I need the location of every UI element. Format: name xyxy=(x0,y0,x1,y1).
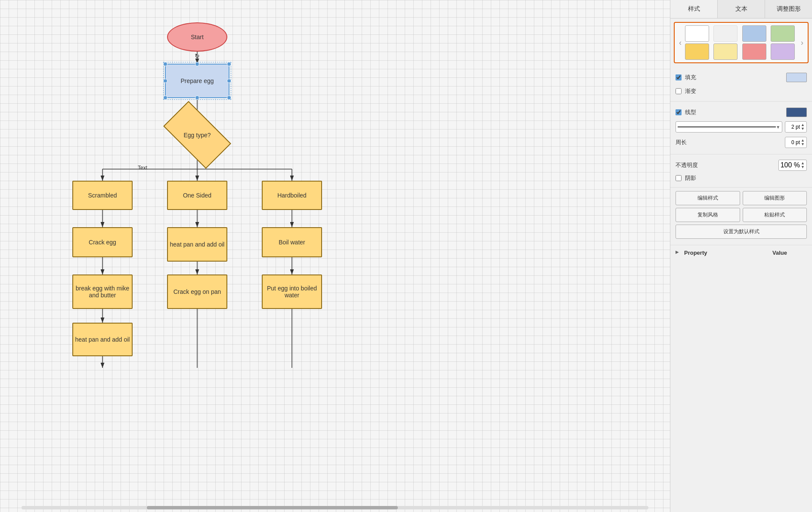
handle-ml[interactable] xyxy=(163,79,167,83)
swatch-light-yellow[interactable] xyxy=(713,43,738,60)
prop-col-value: Value xyxy=(772,250,807,256)
btn-row-1: 编辑样式 编辑图形 xyxy=(676,191,807,205)
one-sided-label: One Sided xyxy=(183,192,211,199)
rotate-handle[interactable]: ↻ xyxy=(194,52,201,59)
decision-node[interactable]: Egg type? xyxy=(167,117,227,153)
boil-water-label: Boil water xyxy=(279,239,305,246)
circumference-row: 周长 0 pt ▲ ▼ xyxy=(676,134,807,151)
opacity-value: 100 % xyxy=(781,161,800,169)
handle-br[interactable] xyxy=(227,96,231,100)
crack-egg-node[interactable]: Crack egg xyxy=(72,227,133,257)
btn-row-2: 复制风格 粘贴样式 xyxy=(676,208,807,222)
handle-tm[interactable] xyxy=(195,62,199,66)
hardboiled-node[interactable]: Hardboiled xyxy=(262,181,322,210)
swatch-light-gray[interactable] xyxy=(713,25,738,42)
opacity-stepper[interactable]: ▲ ▼ xyxy=(801,161,805,169)
handle-bl[interactable] xyxy=(163,96,167,100)
arrow-text-label: Text xyxy=(138,165,147,171)
put-egg-label: Put egg into boiled water xyxy=(263,285,321,299)
heat-pan-1-label: heat pan and add oil xyxy=(170,241,225,248)
handle-mr[interactable] xyxy=(227,79,231,83)
stroke-pt-stepper[interactable]: ▲ ▼ xyxy=(801,123,805,131)
scrambled-label: Scrambled xyxy=(88,192,117,199)
btn-row-3: 设置为默认样式 xyxy=(676,225,807,239)
canvas-scrollbar[interactable] xyxy=(22,506,648,509)
stroke-pt-value: 2 pt xyxy=(787,124,800,130)
handle-tl[interactable] xyxy=(163,62,167,66)
swatch-lavender[interactable] xyxy=(771,43,795,60)
tab-text[interactable]: 文本 xyxy=(718,0,765,18)
heat-pan-1-node[interactable]: heat pan and add oil xyxy=(167,227,227,262)
swatches-grid xyxy=(685,25,797,60)
stroke-style-row: ▼ 2 pt ▲ ▼ xyxy=(676,120,807,134)
circumference-value: 0 pt xyxy=(787,139,800,145)
opacity-label: 不透明度 xyxy=(676,161,778,169)
gradient-checkbox[interactable] xyxy=(676,88,682,94)
stroke-checkbox[interactable] xyxy=(676,109,682,115)
handle-tr[interactable] xyxy=(227,62,231,66)
fill-row: 填充 xyxy=(676,70,807,85)
paste-style-btn[interactable]: 粘贴样式 xyxy=(743,208,807,222)
stroke-section: 线型 ▼ 2 pt ▲ ▼ 周长 0 pt ▲ ▼ xyxy=(670,102,812,154)
fill-label: 填充 xyxy=(685,74,783,81)
tab-adjust[interactable]: 调整图形 xyxy=(765,0,812,18)
crack-pan-label: Crack egg on pan xyxy=(174,288,221,295)
boil-water-node[interactable]: Boil water xyxy=(262,227,322,257)
heat-pan-2-node[interactable]: heat pan and add oil xyxy=(72,323,133,356)
circ-down[interactable]: ▼ xyxy=(801,142,805,146)
opacity-row: 不透明度 100 % ▲ ▼ xyxy=(676,158,807,173)
stroke-color-box[interactable] xyxy=(786,108,807,117)
panel-tabs: 样式 文本 调整图形 xyxy=(670,0,812,19)
fill-color-box[interactable] xyxy=(786,73,807,82)
edit-shape-btn[interactable]: 编辑图形 xyxy=(743,191,807,205)
one-sided-node[interactable]: One Sided xyxy=(167,181,227,210)
start-node[interactable]: Start xyxy=(167,22,227,52)
put-egg-node[interactable]: Put egg into boiled water xyxy=(262,275,322,309)
action-buttons: 编辑样式 编辑图形 复制风格 粘贴样式 设置为默认样式 xyxy=(670,188,812,245)
hardboiled-label: Hardboiled xyxy=(277,192,307,199)
shadow-checkbox[interactable] xyxy=(676,175,682,181)
handle-bm[interactable] xyxy=(195,96,199,100)
shadow-label: 阴影 xyxy=(685,174,807,182)
stroke-label-row: 线型 xyxy=(676,105,807,120)
opacity-section: 不透明度 100 % ▲ ▼ 阴影 xyxy=(670,154,812,188)
prop-table-header: ▶ Property Value xyxy=(676,248,807,258)
opacity-control: 100 % ▲ ▼ xyxy=(778,160,807,171)
crack-pan-node[interactable]: Crack egg on pan xyxy=(167,275,227,309)
gradient-row: 渐变 xyxy=(676,85,807,98)
copy-style-btn[interactable]: 复制风格 xyxy=(676,208,740,222)
stroke-pt-control: 2 pt ▲ ▼ xyxy=(785,121,807,133)
tab-style[interactable]: 样式 xyxy=(670,0,718,18)
swatch-next-btn[interactable]: › xyxy=(799,37,805,48)
heat-pan-2-label: heat pan and add oil xyxy=(75,336,130,343)
stroke-dropdown-arrow[interactable]: ▼ xyxy=(776,125,780,130)
set-default-btn[interactable]: 设置为默认样式 xyxy=(676,225,807,239)
prepare-label: Prepare egg xyxy=(180,77,214,84)
shadow-row: 阴影 xyxy=(676,173,807,184)
stroke-line-preview xyxy=(678,126,776,127)
crack-egg-label: Crack egg xyxy=(89,239,116,246)
stroke-pt-down[interactable]: ▼ xyxy=(801,127,805,131)
edit-style-btn[interactable]: 编辑样式 xyxy=(676,191,740,205)
canvas-scrollbar-thumb[interactable] xyxy=(147,506,397,509)
scrambled-node[interactable]: Scrambled xyxy=(72,181,133,210)
swatch-light-blue[interactable] xyxy=(742,25,766,42)
stroke-style-selector[interactable]: ▼ xyxy=(676,121,782,133)
swatch-section: ‹ › xyxy=(674,22,809,63)
swatch-white[interactable] xyxy=(685,25,709,42)
decision-label: Egg type? xyxy=(183,132,211,139)
prepare-egg-node[interactable]: ↻ Prepare egg xyxy=(165,64,229,98)
break-egg-node[interactable]: break egg with mike and butter xyxy=(72,275,133,309)
expand-icon[interactable]: ▶ xyxy=(676,250,679,256)
swatch-pink[interactable] xyxy=(742,43,766,60)
canvas-area[interactable]: Start ↻ Prepare egg Egg type? Text Scram… xyxy=(0,0,670,512)
fill-checkbox[interactable] xyxy=(676,74,682,80)
fill-section: 填充 渐变 xyxy=(670,67,812,102)
circumference-stepper[interactable]: ▲ ▼ xyxy=(801,139,805,146)
circumference-control: 0 pt ▲ ▼ xyxy=(785,137,807,148)
swatch-prev-btn[interactable]: ‹ xyxy=(677,37,683,48)
opacity-down[interactable]: ▼ xyxy=(801,165,805,169)
swatch-yellow[interactable] xyxy=(685,43,709,60)
swatch-light-green[interactable] xyxy=(771,25,795,42)
property-table: ▶ Property Value xyxy=(670,245,812,260)
